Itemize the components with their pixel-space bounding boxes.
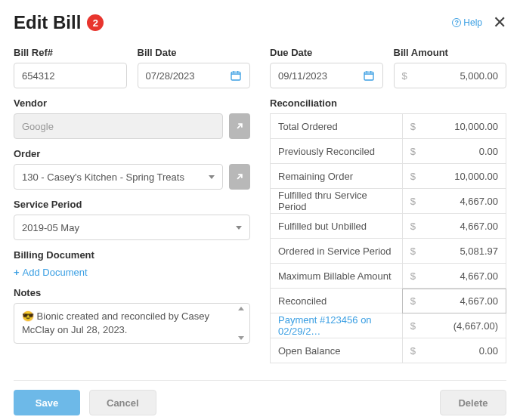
reconciliation-table: Total Ordered$10,000.00 Previously Recon…: [270, 113, 506, 363]
scroll-up-icon: [238, 307, 244, 310]
table-row: Open Balance$0.00: [271, 338, 506, 363]
help-icon: ?: [452, 18, 461, 27]
bill-ref-label: Bill Ref#: [14, 47, 127, 58]
bill-date-label: Bill Date: [138, 47, 251, 58]
billing-document-label: Billing Document: [14, 249, 250, 261]
table-row: Remaining Order$10,000.00: [271, 164, 506, 189]
external-link-icon: [234, 121, 245, 131]
plus-icon: +: [14, 267, 20, 278]
calendar-icon: [230, 69, 242, 82]
order-select[interactable]: 130 - Casey's Kitchen - Spring Treats: [14, 164, 223, 190]
order-label: Order: [14, 148, 250, 159]
bill-ref-input[interactable]: 654312: [14, 63, 127, 88]
order-open-button[interactable]: [229, 164, 250, 190]
bill-date-input[interactable]: 07/28/2023: [138, 63, 251, 88]
delete-button[interactable]: Delete: [440, 390, 506, 415]
svg-rect-0: [231, 72, 240, 80]
dialog-footer: Save Cancel Delete: [14, 380, 506, 415]
vendor-label: Vendor: [14, 97, 250, 109]
reconciliation-label: Reconciliation: [270, 97, 506, 109]
help-link[interactable]: ? Help: [452, 17, 482, 28]
table-row: Payment #123456 on 02/29/2…$(4,667.00): [271, 313, 506, 338]
due-date-input[interactable]: 09/11/2023: [270, 63, 383, 88]
error-count-badge: 2: [87, 14, 104, 31]
notes-textarea[interactable]: 😎 Bionic created and reconciled by Casey…: [14, 303, 250, 344]
table-row: Reconciled$4,667.00: [271, 289, 506, 313]
scroll-down-icon: [238, 336, 244, 340]
service-period-label: Service Period: [14, 199, 250, 210]
payment-link[interactable]: Payment #123456 on 02/29/2…: [271, 313, 403, 338]
table-row: Fulfilled but Unbilled$4,667.00: [271, 214, 506, 239]
save-button[interactable]: Save: [14, 390, 80, 415]
cancel-button[interactable]: Cancel: [89, 390, 156, 415]
help-label: Help: [463, 17, 482, 28]
bill-amount-label: Bill Amount: [394, 47, 507, 58]
calendar-icon: [363, 69, 375, 82]
close-icon[interactable]: ✕: [493, 14, 506, 31]
vendor-open-button[interactable]: [229, 113, 250, 139]
add-document-link[interactable]: + Add Document: [14, 267, 250, 278]
chevron-down-icon: [236, 226, 242, 230]
table-row: Fulfilled thru Service Period$4,667.00: [271, 189, 506, 214]
table-row: Total Ordered$10,000.00: [271, 114, 506, 139]
svg-rect-1: [364, 72, 373, 80]
dialog-header: Edit Bill 2 ? Help ✕: [14, 12, 506, 33]
vendor-input: Google: [14, 113, 223, 139]
page-title: Edit Bill: [14, 12, 81, 33]
due-date-label: Due Date: [270, 47, 383, 58]
external-link-icon: [234, 171, 245, 182]
notes-scrollbar[interactable]: [236, 307, 246, 340]
bill-amount-input[interactable]: $ 5,000.00: [394, 63, 507, 88]
notes-label: Notes: [14, 287, 250, 298]
chevron-down-icon: [209, 175, 215, 179]
table-row: Ordered in Service Period$5,081.97: [271, 239, 506, 264]
table-row: Previously Reconciled$0.00: [271, 139, 506, 164]
table-row: Maximum Billable Amount$4,667.00: [271, 264, 506, 289]
reconciled-input[interactable]: $4,667.00: [402, 289, 506, 313]
service-period-select[interactable]: 2019-05 May: [14, 215, 250, 240]
